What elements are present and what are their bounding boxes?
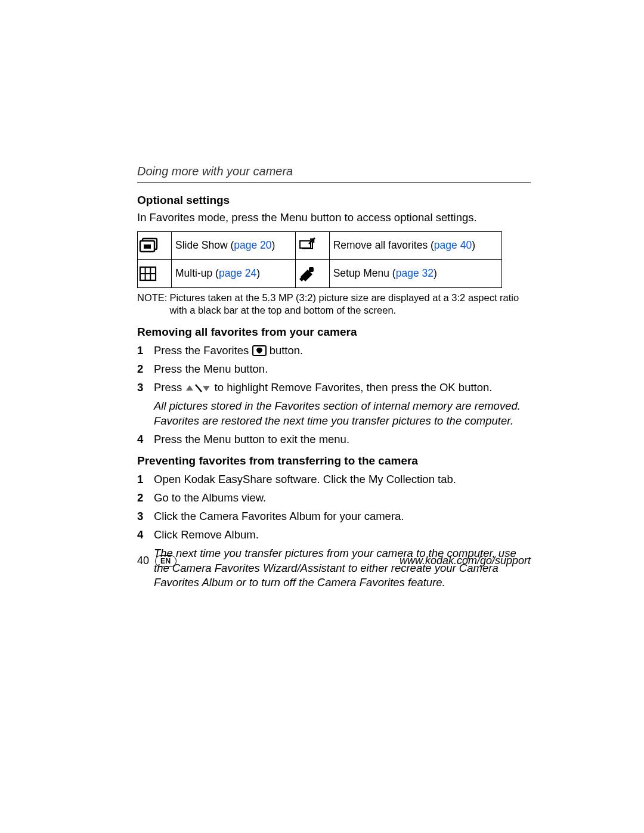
remove-favorites-close: ): [472, 239, 475, 251]
step-2-1: 1 Press the Favorites button.: [137, 343, 531, 358]
slideshow-icon: [138, 231, 172, 259]
setup-icon: [295, 259, 329, 287]
multiup-close: ): [256, 267, 260, 279]
slideshow-label: Slide Show (: [175, 239, 234, 251]
setup-close: ): [434, 267, 437, 279]
up-down-arrows-icon: [185, 383, 211, 393]
slideshow-close: ): [272, 239, 275, 251]
slideshow-cell: Slide Show (page 20): [172, 231, 296, 259]
settings-table: Slide Show (page 20) Remove all favorite…: [137, 231, 502, 288]
setup-cell: Setup Menu (page 32): [329, 259, 501, 287]
step-text: Press the Menu button to exit the menu.: [154, 432, 531, 447]
preventing-transfer-steps: 1 Open Kodak EasyShare software. Click t…: [137, 472, 531, 591]
section-optional-settings-title: Optional settings: [137, 194, 531, 207]
step-2-3: 3 Press to highlight Remove Favorites, t…: [137, 380, 531, 429]
step-text-post: button.: [270, 344, 304, 357]
remove-favorites-icon: [295, 231, 329, 259]
step-text: Click the Camera Favorites Album for you…: [154, 509, 531, 524]
step-text: Press the Menu button.: [154, 362, 531, 377]
step-text: Go to the Albums view.: [154, 491, 531, 506]
language-badge: EN: [155, 555, 177, 567]
removing-favorites-steps: 1 Press the Favorites button. 2 Press th…: [137, 343, 531, 447]
svg-marker-9: [186, 385, 193, 391]
favorites-icon: [252, 345, 267, 356]
multiup-label: Multi-up (: [175, 267, 219, 279]
step-text: Click Remove Album.: [154, 528, 259, 541]
setup-link[interactable]: page 32: [396, 267, 434, 279]
page-number: 40: [137, 555, 149, 567]
setup-label: Setup Menu (: [333, 267, 396, 279]
step-2-4: 4 Press the Menu button to exit the menu…: [137, 432, 531, 447]
svg-marker-10: [203, 386, 210, 391]
note-label: NOTE:: [137, 292, 169, 317]
step-3-1: 1 Open Kodak EasyShare software. Click t…: [137, 472, 531, 487]
step-number: 3: [137, 509, 154, 524]
remove-favorites-label: Remove all favorites (: [333, 239, 434, 251]
step-number: 3: [137, 380, 154, 429]
step-3-3: 3 Click the Camera Favorites Album for y…: [137, 509, 531, 524]
note-block: NOTE: Pictures taken at the 5.3 MP (3:2)…: [137, 292, 531, 317]
step-number: 2: [137, 362, 154, 377]
remove-favorites-cell: Remove all favorites (page 40): [329, 231, 501, 259]
optional-settings-intro: In Favorites mode, press the Menu button…: [137, 210, 531, 225]
svg-rect-7: [309, 267, 314, 272]
step-2-2: 2 Press the Menu button.: [137, 362, 531, 377]
step-italic-note: All pictures stored in the Favorites sec…: [154, 399, 531, 429]
step-text-pre: Press: [154, 381, 185, 394]
multiup-cell: Multi-up (page 24): [172, 259, 296, 287]
section-preventing-transfer-title: Preventing favorites from transferring t…: [137, 454, 531, 467]
step-text-pre: Press the Favorites: [154, 344, 252, 357]
step-text: Open Kodak EasyShare software. Click the…: [154, 472, 531, 487]
multiup-link[interactable]: page 24: [219, 267, 256, 279]
running-header: Doing more with your camera: [137, 165, 531, 183]
step-number: 2: [137, 491, 154, 506]
svg-rect-2: [144, 244, 151, 249]
note-text: Pictures taken at the 5.3 MP (3:2) pictu…: [169, 292, 531, 317]
step-3-2: 2 Go to the Albums view.: [137, 491, 531, 506]
slideshow-link[interactable]: page 20: [234, 239, 271, 251]
section-removing-favorites-title: Removing all favorites from your camera: [137, 326, 531, 339]
page-footer: 40 EN www.kodak.com/go/support: [137, 555, 531, 567]
multiup-icon: [138, 259, 172, 287]
step-number: 4: [137, 432, 154, 447]
remove-favorites-link[interactable]: page 40: [434, 239, 472, 251]
step-italic-note: The next time you transfer pictures from…: [154, 546, 531, 591]
step-text-post: to highlight Remove Favorites, then pres…: [215, 381, 493, 394]
step-number: 1: [137, 343, 154, 358]
support-url[interactable]: www.kodak.com/go/support: [400, 555, 531, 567]
step-number: 1: [137, 472, 154, 487]
